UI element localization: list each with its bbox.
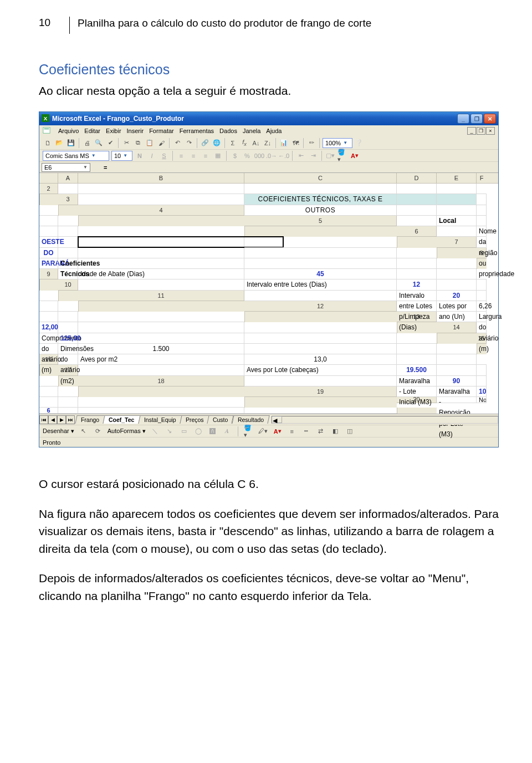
comma-icon[interactable]: 000 [254, 151, 264, 161]
cell[interactable] [58, 386, 78, 397]
hyperlink-icon[interactable]: 🔗 [200, 138, 210, 148]
cell[interactable] [397, 333, 437, 344]
fill-color-icon[interactable]: 🪣▾ [337, 151, 347, 161]
cell-label[interactable]: Aves por Lote (cabeças) [244, 365, 397, 375]
minimize-button[interactable]: _ [457, 114, 469, 124]
sheet-tab[interactable]: Preços [180, 415, 209, 424]
cell[interactable] [397, 258, 437, 269]
font-name-combo[interactable]: Comic Sans MS▼ [43, 151, 109, 161]
vertical-scrollbar[interactable] [39, 279, 58, 290]
close-button[interactable]: ✕ [484, 114, 496, 124]
cell[interactable] [244, 237, 397, 247]
cell-value[interactable]: 20 [437, 291, 477, 301]
cell[interactable] [244, 291, 397, 301]
vertical-scrollbar[interactable] [58, 205, 78, 216]
cell-label[interactable]: Lotes por ano (Un) [437, 301, 477, 312]
open-icon[interactable]: 📂 [54, 138, 64, 148]
decrease-indent-icon[interactable]: ⇤ [296, 151, 306, 161]
cell[interactable] [78, 248, 244, 258]
cell-label[interactable]: Maravalha - Reposição por Lote (M3) [437, 386, 477, 397]
menu-exibir[interactable]: Exibir [106, 128, 121, 134]
tab-prev-button[interactable]: ◀ [48, 415, 57, 424]
cell-value[interactable]: 125,00 [58, 333, 78, 344]
cell-value[interactable]: 12 [397, 279, 437, 290]
cell[interactable] [397, 301, 437, 312]
cell-label[interactable]: No. de lotes para troca de cama (Un) [477, 397, 487, 403]
map-icon[interactable]: 🗺 [290, 138, 300, 148]
vertical-scrollbar[interactable] [437, 248, 477, 258]
cell[interactable] [477, 237, 487, 247]
cell-label[interactable] [397, 205, 437, 216]
cell[interactable] [58, 301, 78, 312]
font-color-icon[interactable]: A▾ [350, 151, 360, 161]
sheet-tab[interactable]: Custo [207, 415, 234, 424]
drawing-icon[interactable]: ✏ [306, 138, 316, 148]
mdi-minimize-button[interactable]: _ [467, 127, 476, 135]
italic-icon[interactable]: I [147, 151, 157, 161]
cell[interactable] [58, 322, 78, 333]
3d-icon[interactable]: ◫ [345, 426, 355, 436]
col-C[interactable]: C [244, 173, 397, 183]
col-A[interactable]: A [58, 173, 78, 183]
bold-icon[interactable]: N [135, 151, 145, 161]
increase-decimal-icon[interactable]: .0→ [267, 151, 277, 161]
cell-value[interactable]: 13,0 [244, 354, 397, 365]
tab-first-button[interactable]: ⏮ [39, 415, 48, 424]
autosum-icon[interactable]: Σ [228, 138, 238, 148]
dash-style-icon[interactable]: ┅ [301, 426, 311, 436]
vertical-scrollbar[interactable] [437, 333, 477, 344]
row-header[interactable]: 14 [437, 322, 477, 333]
cell[interactable] [477, 365, 487, 375]
cell[interactable] [477, 194, 487, 205]
line-icon[interactable]: ＼ [150, 426, 160, 436]
copy-icon[interactable]: ⧉ [133, 138, 143, 148]
cell[interactable] [397, 248, 437, 258]
vertical-scrollbar[interactable] [244, 312, 397, 322]
fill-color-draw-icon[interactable]: 🪣▾ [244, 426, 254, 436]
sheet-tab[interactable]: Resultado [232, 415, 269, 424]
currency-icon[interactable]: $ [230, 151, 240, 161]
cell[interactable] [437, 354, 477, 365]
undo-icon[interactable]: ↶ [172, 138, 182, 148]
cell[interactable] [397, 269, 437, 279]
mdi-close-button[interactable]: × [486, 127, 495, 135]
autoshapes-menu[interactable]: AutoFormas ▾ [108, 428, 146, 435]
cell[interactable] [397, 216, 437, 226]
draw-menu[interactable]: Desenhar ▾ [43, 428, 74, 435]
cell-label[interactable]: Dimensões do aviário (m2) [58, 344, 78, 354]
row-header[interactable]: 2 [39, 184, 58, 194]
cut-icon[interactable]: ✂ [121, 138, 131, 148]
cell[interactable] [78, 194, 244, 205]
cell[interactable] [39, 344, 58, 354]
vertical-scrollbar[interactable] [78, 301, 244, 312]
merge-center-icon[interactable]: ▦ [213, 151, 223, 161]
increase-indent-icon[interactable]: ⇥ [308, 151, 318, 161]
cell[interactable] [244, 376, 397, 386]
arrow-icon[interactable]: ↘ [165, 426, 175, 436]
cell[interactable] [78, 279, 244, 290]
menu-janela[interactable]: Janela [243, 128, 260, 134]
cell-label[interactable]: Largura do aviário (m) [477, 312, 487, 322]
cell-label[interactable]: Intervalo entre Lotes p/Limpeza (Dias) [397, 291, 437, 301]
maximize-button[interactable]: ❐ [470, 114, 483, 124]
menu-editar[interactable]: Editar [84, 128, 100, 134]
sheet-tab[interactable]: Coef_Tec [103, 415, 141, 424]
line-color-icon[interactable]: 🖊▾ [258, 426, 268, 436]
cell[interactable] [78, 237, 244, 247]
function-icon[interactable]: fx [239, 138, 249, 148]
sort-desc-icon[interactable]: Z↓ [263, 138, 273, 148]
cell[interactable] [437, 344, 477, 354]
cell[interactable] [437, 226, 477, 237]
cell[interactable] [78, 397, 244, 408]
new-icon[interactable]: 🗋 [43, 138, 53, 148]
cell[interactable] [477, 376, 487, 386]
line-style-icon[interactable]: ≡ [287, 426, 297, 436]
row-header[interactable]: 6 [397, 226, 437, 237]
cell[interactable] [58, 269, 78, 279]
vertical-scrollbar[interactable] [78, 216, 244, 226]
cell[interactable] [244, 408, 397, 414]
cell[interactable] [58, 184, 78, 194]
cell-label[interactable]: Aves por m2 [78, 354, 244, 365]
cell[interactable] [39, 205, 58, 216]
cell[interactable] [78, 408, 244, 414]
